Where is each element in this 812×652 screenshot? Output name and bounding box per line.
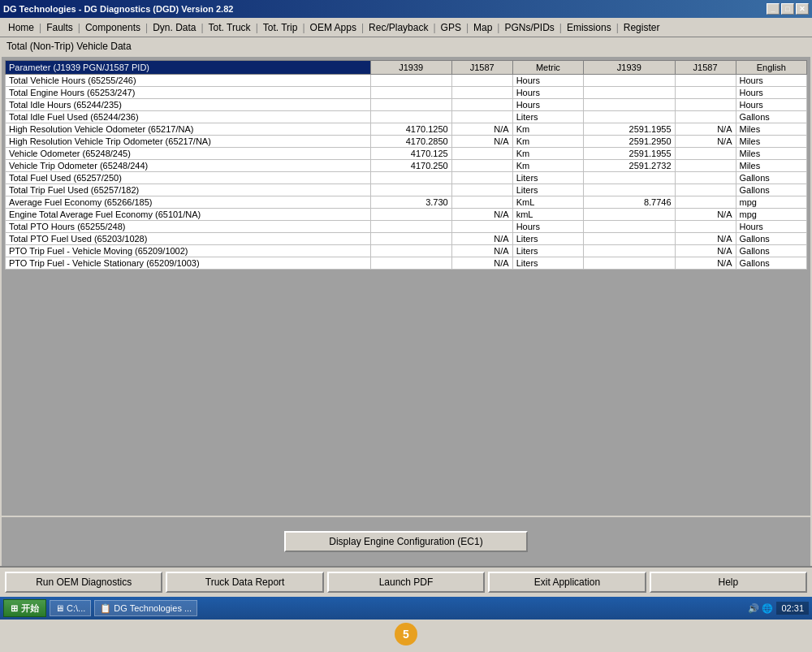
table-row[interactable]: Average Fuel Economy (65266/185)3.730KmL… [6,196,807,209]
table-row[interactable]: Total Idle Fuel Used (65244/236)LitersGa… [6,111,807,123]
table-header-row: Parameter (J1939 PGN/J1587 PID) J1939 J1… [6,61,807,75]
table-cell: N/A [451,136,512,148]
menu-dyn-data[interactable]: Dyn. Data [148,21,201,34]
table-cell: Liters [512,172,583,184]
table-cell: N/A [451,233,512,245]
table-cell [451,148,512,160]
menu-map[interactable]: Map [469,21,497,34]
menu-tot-truck[interactable]: Tot. Truck [204,21,256,34]
table-cell: Hours [736,221,807,233]
menu-emissions[interactable]: Emissions [562,21,616,34]
truck-data-report-button[interactable]: Truck Data Report [166,572,323,593]
menu-faults[interactable]: Faults [41,21,78,34]
table-row[interactable]: Vehicle Odometer (65248/245)4170.125Km25… [6,148,807,160]
table-row[interactable]: High Resolution Vehicle Odometer (65217/… [6,123,807,136]
table-cell [675,196,736,209]
table-cell [584,209,675,221]
table-cell [451,160,512,172]
start-label: 开始 [21,602,39,615]
table-cell: N/A [675,257,736,270]
table-cell: 4170.125 [370,148,451,160]
menu-home[interactable]: Home [3,21,39,34]
table-cell: Km [512,136,583,148]
table-cell: 8.7746 [584,196,675,209]
table-row[interactable]: PTO Trip Fuel - Vehicle Moving (65209/10… [6,245,807,257]
table-cell: Liters [512,184,583,196]
taskbar-item-1[interactable]: 📋 DG Technologies ... [94,600,197,616]
engine-config-button[interactable]: Display Engine Configuration (EC1) [284,531,528,552]
table-row[interactable]: Total PTO Fuel Used (65203/1028)N/ALiter… [6,233,807,245]
table-cell: Total Vehicle Hours (65255/246) [6,75,371,87]
table-cell [451,111,512,123]
title-bar: DG Technologies - DG Diagnostics (DGD) V… [0,0,812,18]
help-button[interactable]: Help [650,572,807,593]
taskbar-item-label-0: 🖥 C:\... [55,603,85,613]
page-title: Total (Non-Trip) Vehicle Data [0,37,812,55]
table-cell [370,233,451,245]
table-cell: Total PTO Fuel Used (65203/1028) [6,233,371,245]
table-cell: 4170.2850 [370,136,451,148]
taskbar-item-label-1: 📋 DG Technologies ... [100,603,192,614]
table-row[interactable]: High Resolution Vehicle Trip Odometer (6… [6,136,807,148]
table-cell [675,75,736,87]
window-controls[interactable]: _ □ ✕ [767,3,809,15]
minimize-button[interactable]: _ [767,3,780,15]
table-row[interactable]: Total Fuel Used (65257/250)LitersGallons [6,172,807,184]
table-body: Total Vehicle Hours (65255/246)HoursHour… [6,75,807,270]
table-cell: High Resolution Vehicle Odometer (65217/… [6,123,371,136]
bottom-buttons: Run OEM Diagnostics Truck Data Report La… [0,566,812,597]
menu-oem-apps[interactable]: OEM Apps [305,21,361,34]
table-row[interactable]: Total Trip Fuel Used (65257/182)LitersGa… [6,184,807,196]
taskbar-right: 🔊 🌐 02:31 [748,602,809,615]
menu-components[interactable]: Components [80,21,145,34]
menu-tot-trip[interactable]: Tot. Trip [258,21,303,34]
table-cell [370,245,451,257]
table-cell: N/A [675,136,736,148]
close-button[interactable]: ✕ [796,3,809,15]
table-cell: Average Fuel Economy (65266/185) [6,196,371,209]
table-cell [675,99,736,111]
table-cell [370,111,451,123]
table-cell [451,196,512,209]
table-row[interactable]: Vehicle Trip Odometer (65248/244)4170.25… [6,160,807,172]
table-cell: Liters [512,257,583,270]
table-cell: Engine Total Average Fuel Economy (65101… [6,209,371,221]
table-row[interactable]: Total Engine Hours (65253/247)HoursHours [6,87,807,99]
header-param: Parameter (J1939 PGN/J1587 PID) [6,61,371,75]
table-cell [584,233,675,245]
table-row[interactable]: Engine Total Average Fuel Economy (65101… [6,209,807,221]
taskbar: ⊞ 开始 🖥 C:\... 📋 DG Technologies ... 🔊 🌐 … [0,597,812,620]
taskbar-item-0[interactable]: 🖥 C:\... [50,600,91,616]
start-button[interactable]: ⊞ 开始 [3,599,46,617]
launch-pdf-button[interactable]: Launch PDF [327,572,485,593]
run-oem-diagnostics-button[interactable]: Run OEM Diagnostics [5,572,162,593]
table-cell: 2591.2950 [584,136,675,148]
table-cell: High Resolution Vehicle Trip Odometer (6… [6,136,371,148]
table-cell: N/A [675,209,736,221]
table-cell: Gallons [736,111,807,123]
menu-pgns-pids[interactable]: PGNs/PIDs [499,21,559,34]
table-cell: Hours [512,75,583,87]
table-cell: Km [512,148,583,160]
menu-gps[interactable]: GPS [436,21,466,34]
table-cell: 2591.2732 [584,160,675,172]
table-row[interactable]: Total Idle Hours (65244/235)HoursHours [6,99,807,111]
table-row[interactable]: PTO Trip Fuel - Vehicle Stationary (6520… [6,257,807,270]
table-cell: kmL [512,209,583,221]
table-cell: 2591.1955 [584,123,675,136]
menu-rec-playback[interactable]: Rec/Playback [364,21,433,34]
table-row[interactable]: Total PTO Hours (65255/248)HoursHours [6,221,807,233]
table-cell: mpg [736,209,807,221]
table-cell [584,111,675,123]
table-cell [584,75,675,87]
menu-register[interactable]: Register [619,21,665,34]
maximize-button[interactable]: □ [781,3,794,15]
exit-application-button[interactable]: Exit Application [488,572,646,593]
table-row[interactable]: Total Vehicle Hours (65255/246)HoursHour… [6,75,807,87]
table-cell: N/A [451,245,512,257]
header-j1939a: J1939 [370,61,451,75]
engine-config-area: Display Engine Configuration (EC1) [2,517,810,566]
table-cell [451,75,512,87]
table-cell: Total Idle Fuel Used (65244/236) [6,111,371,123]
table-cell: N/A [675,233,736,245]
